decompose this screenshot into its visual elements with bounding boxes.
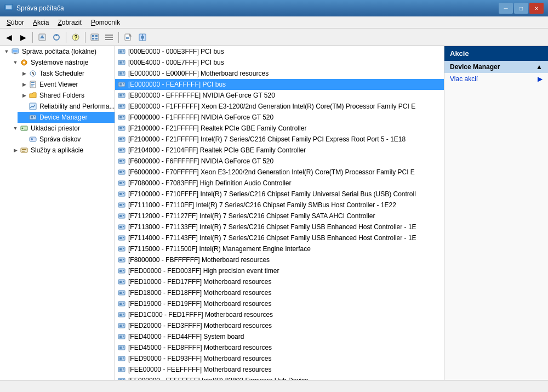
toolbar-view[interactable] xyxy=(88,31,101,44)
svg-rect-114 xyxy=(119,281,122,283)
tree-services[interactable]: ▶ Služby a aplikácie xyxy=(9,145,115,156)
toolbar-list[interactable] xyxy=(102,31,116,44)
device-row[interactable]: [FED40000 - FED44FFF] System board xyxy=(115,331,444,342)
device-row[interactable]: [FEE00000 - FEEFFFFF] Motherboard resour… xyxy=(115,364,444,375)
device-row[interactable]: [FED1C000 - FED1FFFF] Motherboard resour… xyxy=(115,309,444,320)
toolbar-forward[interactable]: ▶ xyxy=(16,31,30,44)
device-row[interactable]: [F7114000 - F71143FF] Intel(R) 7 Series/… xyxy=(115,232,444,243)
toolbar-help[interactable]: ? xyxy=(69,31,82,44)
maximize-button[interactable]: □ xyxy=(514,3,528,14)
tree-diskmanager-expander xyxy=(20,135,28,144)
device-text: [FED18000 - FED18FFF] Motherboard resour… xyxy=(128,289,271,297)
tree-devicemanager-content[interactable]: Device Manager xyxy=(18,112,115,123)
tree-taskscheduler-expander[interactable]: ▶ xyxy=(20,69,28,78)
svg-rect-111 xyxy=(119,270,122,272)
tree-systemnastoje-content[interactable]: ▼ Systémové nástroje xyxy=(9,57,115,68)
toolbar-refresh[interactable] xyxy=(50,31,63,44)
device-row[interactable]: [F7080000 - F7083FFF] High Definition Au… xyxy=(115,178,444,189)
tree-eventviewer-content[interactable]: ▶ Event Viewer xyxy=(18,79,115,90)
toolbar-map[interactable] xyxy=(136,31,149,44)
device-text: [F2100000 - F21FFFFF] Realtek PCIe GBE F… xyxy=(128,124,306,132)
tree-system-tools[interactable]: ▼ Systémové nástroje ▶ xyxy=(9,57,115,123)
device-row[interactable]: [E8000000 - EFFFFFFE] NVIDIA GeForce GT … xyxy=(115,90,444,101)
close-button[interactable]: ✕ xyxy=(529,3,544,14)
device-row[interactable]: [F7100000 - F710FFFF] Intel(R) 7 Series/… xyxy=(115,189,444,200)
tree-taskscheduler-label: Task Scheduler xyxy=(39,70,84,77)
device-icon xyxy=(117,310,126,319)
tree-taskscheduler[interactable]: ▶ Task Scheduler xyxy=(18,68,115,79)
tree-diskmanager[interactable]: Správa diskov xyxy=(18,134,115,145)
svg-rect-39 xyxy=(34,116,35,117)
tree-systemnastoje-expander[interactable]: ▼ xyxy=(11,58,20,67)
tree-storage-expander[interactable]: ▼ xyxy=(11,124,20,133)
toolbar-up[interactable] xyxy=(36,31,49,44)
device-list-panel[interactable]: [000E0000 - 000E3FFF] PCI bus[000E4000 -… xyxy=(115,46,444,380)
device-row[interactable]: [F2100000 - F21FFFFF] Realtek PCIe GBE F… xyxy=(115,123,444,134)
tree-root-content[interactable]: ▼ Správa počítača (lokálne) xyxy=(0,46,115,57)
device-row[interactable]: [FED00000 - FED003FF] High precision eve… xyxy=(115,265,444,276)
toolbar-sep2 xyxy=(66,32,66,43)
device-row[interactable]: [FED90000 - FED93FFF] Motherboard resour… xyxy=(115,353,444,364)
tree-reliability-expander xyxy=(20,102,28,111)
svg-rect-58 xyxy=(123,72,124,73)
actions-more[interactable]: Viac akcií ▶ xyxy=(444,73,548,85)
tree-root-expander[interactable]: ▼ xyxy=(2,47,11,56)
device-row[interactable]: [F7111000 - F7110FF] Intel(R) 7 Series/C… xyxy=(115,200,444,211)
device-row[interactable]: [F0000000 - F1FFFFFF] NVIDIA GeForce GT … xyxy=(115,112,444,123)
tree-services-expander[interactable]: ▶ xyxy=(11,146,20,155)
device-row[interactable]: [FED45000 - FED8FFFF] Motherboard resour… xyxy=(115,342,444,353)
menu-akcia[interactable]: Akcia xyxy=(28,18,53,27)
device-text: [F6000000 - F6FFFFFF] NVIDIA GeForce GT … xyxy=(128,157,273,165)
device-row[interactable]: [FED20000 - FED3FFFF] Motherboard resour… xyxy=(115,320,444,331)
svg-rect-129 xyxy=(119,336,122,338)
device-row[interactable]: [000E0000 - 000E3FFF] PCI bus xyxy=(115,46,444,57)
tree-eventviewer[interactable]: ▶ Event Viewer xyxy=(18,79,115,90)
device-text: [FED20000 - FED3FFFF] Motherboard resour… xyxy=(128,322,272,329)
toolbar-export[interactable] xyxy=(122,31,135,44)
device-row[interactable]: [E0000000 - FEAFFFFF] PCI bus xyxy=(115,79,444,90)
svg-rect-139 xyxy=(123,368,124,370)
tree-eventviewer-expander[interactable]: ▶ xyxy=(20,80,28,89)
tree-taskscheduler-content[interactable]: ▶ Task Scheduler xyxy=(18,68,115,79)
device-row[interactable]: [000E4000 - 000E7FFF] PCI bus xyxy=(115,57,444,68)
device-row[interactable]: [F6000000 - F70FFFFF] Xeon E3-1200/2nd G… xyxy=(115,167,444,178)
device-row[interactable]: [F7113000 - F71133FF] Intel(R) 7 Series/… xyxy=(115,221,444,232)
menu-subor[interactable]: Súbor xyxy=(2,18,28,27)
toolbar-back[interactable]: ◀ xyxy=(2,31,15,44)
device-row[interactable]: [F7115000 - F711500F] Intel(R) Managemen… xyxy=(115,243,444,254)
tree-sharedfolders[interactable]: ▶ Shared Folders xyxy=(18,90,115,101)
tree-devicemanager[interactable]: Device Manager xyxy=(18,112,115,123)
tree-storage[interactable]: ▼ Ukladací priestor xyxy=(9,123,115,145)
svg-rect-118 xyxy=(123,292,124,293)
tree-root[interactable]: ▼ Správa počítača (lokálne) ▼ Systémové … xyxy=(0,46,115,156)
svg-rect-124 xyxy=(123,314,124,315)
minimize-button[interactable]: ─ xyxy=(499,3,513,14)
device-row[interactable]: [F6000000 - F6FFFFFF] NVIDIA GeForce GT … xyxy=(115,156,444,167)
device-row[interactable]: [FED18000 - FED18FFF] Motherboard resour… xyxy=(115,287,444,298)
tree-systemnastoje-label: Systémové nástroje xyxy=(31,59,88,66)
tree-diskmanager-content[interactable]: Správa diskov xyxy=(18,134,115,145)
actions-section-device-manager[interactable]: Device Manager ▲ xyxy=(444,61,548,73)
svg-rect-25 xyxy=(13,50,18,52)
svg-rect-54 xyxy=(119,61,122,64)
menu-zobrazit[interactable]: Zobraziť xyxy=(53,18,87,27)
device-row[interactable]: [F7112000 - F71127FF] Intel(R) 7 Series/… xyxy=(115,211,444,221)
tree-services-content[interactable]: ▶ Služby a aplikácie xyxy=(9,145,115,156)
tree-storage-content[interactable]: ▼ Ukladací priestor xyxy=(9,123,115,134)
device-row[interactable]: [E8000000 - F1FFFFFF] Xeon E3-1200/2nd G… xyxy=(115,101,444,112)
tree-reliability[interactable]: Reliability and Performa... xyxy=(18,101,115,112)
device-row[interactable]: [F2100000 - F21FFFFF] Intel(R) 7 Series/… xyxy=(115,134,444,145)
device-row[interactable]: [FF000000 - FFFFFFFF] Intel(R) 82802 Fir… xyxy=(115,375,444,380)
menu-pomocnik[interactable]: Pomocník xyxy=(87,18,124,27)
svg-rect-34 xyxy=(31,84,35,85)
device-row[interactable]: [FED10000 - FED17FFF] Motherboard resour… xyxy=(115,276,444,287)
tree-reliability-content[interactable]: Reliability and Performa... xyxy=(18,101,115,112)
device-row[interactable]: [FED19000 - FED19FFF] Motherboard resour… xyxy=(115,298,444,309)
tree-sharedfolders-expander[interactable]: ▶ xyxy=(20,91,28,100)
device-row[interactable]: [F8000000 - FBFFFFFF] Motherboard resour… xyxy=(115,254,444,265)
device-row[interactable]: [E0000000 - E0000FFF] Motherboard resour… xyxy=(115,68,444,79)
device-icon xyxy=(117,245,126,253)
tree-sharedfolders-content[interactable]: ▶ Shared Folders xyxy=(18,90,115,101)
tree-storage-label: Ukladací priestor xyxy=(31,124,80,132)
device-row[interactable]: [F2104000 - F2104FFF] Realtek PCIe GBE F… xyxy=(115,145,444,156)
